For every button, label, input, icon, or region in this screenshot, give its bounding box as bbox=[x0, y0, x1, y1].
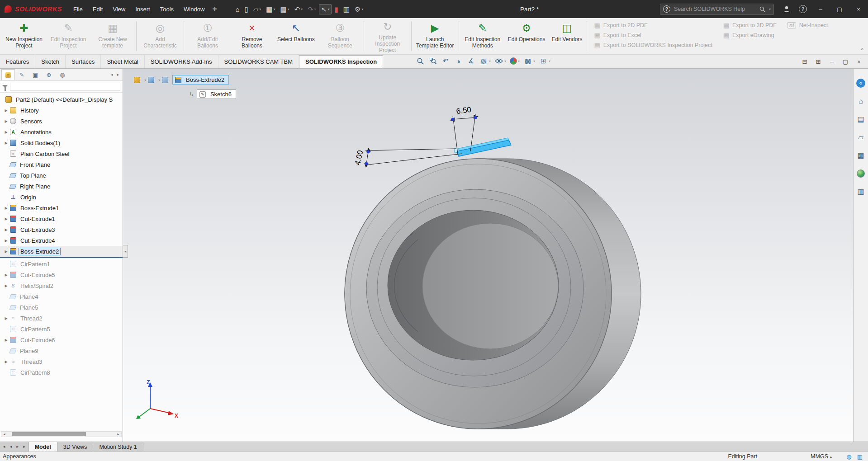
tree-item-plain-carbon-steel[interactable]: Plain Carbon Steel bbox=[0, 148, 123, 159]
expand-arrow-icon[interactable]: ▶ bbox=[2, 239, 10, 243]
dimxpertmanager-tab[interactable]: ⊕ bbox=[42, 69, 56, 80]
tree-item-helix-spiral2[interactable]: ▶Helix/Spiral2 bbox=[0, 280, 123, 291]
tree-item-cut-extrude1[interactable]: ▶Cut-Extrude1 bbox=[0, 213, 123, 224]
tree-horizontal-scrollbar[interactable]: ◄ ► bbox=[1, 431, 122, 437]
viewport-split-vertical-button[interactable]: ⊞ bbox=[813, 56, 824, 66]
zoom-fit-button[interactable] bbox=[414, 56, 426, 66]
help-search-box[interactable]: ? ▾ bbox=[660, 4, 774, 15]
export-to-2d-pdf-button[interactable]: ▤Export to 2D PDF bbox=[594, 22, 712, 28]
expand-arrow-icon[interactable]: ▶ bbox=[2, 284, 10, 288]
tab-surfaces[interactable]: Surfaces bbox=[66, 55, 101, 68]
panel-tabs-scroll-right-icon[interactable]: ► bbox=[115, 72, 121, 78]
tree-item-origin[interactable]: Origin bbox=[0, 192, 123, 202]
featuremanager-tab[interactable]: ≡ bbox=[1, 69, 15, 80]
menu-window[interactable]: Window bbox=[179, 4, 209, 14]
menu-view[interactable]: View bbox=[108, 4, 130, 14]
rollback-bar[interactable] bbox=[0, 257, 123, 258]
help-search-input[interactable] bbox=[673, 5, 757, 13]
edit-inspection-methods-button[interactable]: ✎Edit Inspection Methods bbox=[460, 18, 505, 54]
tree-item-boss-extrude1[interactable]: ▶Boss-Extrude1 bbox=[0, 202, 123, 213]
tab-features[interactable]: Features bbox=[0, 55, 35, 68]
taskpane-toggle-icon[interactable]: ▥ bbox=[854, 453, 865, 460]
expand-arrow-icon[interactable]: ▶ bbox=[2, 217, 10, 221]
edit-vendors-button[interactable]: ◫Edit Vendors bbox=[548, 18, 585, 54]
file-properties-button[interactable]: ▥ bbox=[341, 4, 352, 14]
tree-item-solid-bodies-1[interactable]: ▶Solid Bodies(1) bbox=[0, 137, 123, 148]
pin-menu-icon[interactable]: ✚ bbox=[209, 6, 219, 12]
viewport-split-horizontal-button[interactable]: ⊟ bbox=[799, 56, 810, 66]
view-palette-button[interactable]: ▦ bbox=[855, 150, 866, 161]
breadcrumb-body-icon[interactable] bbox=[148, 77, 154, 83]
tree-item-cirpattern8[interactable]: CirPattern8 bbox=[0, 367, 123, 378]
export-edrawing-button[interactable]: ▤Export eDrawing bbox=[723, 32, 777, 38]
tree-item-history[interactable]: ▶History bbox=[0, 105, 123, 116]
menu-tools[interactable]: Tools bbox=[155, 4, 179, 14]
scroll-left-icon[interactable]: ◄ bbox=[1, 433, 7, 436]
help-button[interactable]: ? bbox=[795, 0, 811, 18]
dimension-height-value[interactable]: 4.00 bbox=[353, 150, 365, 166]
tab-sheet-metal[interactable]: Sheet Metal bbox=[101, 55, 144, 68]
breadcrumb-part-icon[interactable] bbox=[134, 77, 140, 83]
appearances-scenes-button[interactable] bbox=[855, 168, 866, 179]
tab-solidworks-inspection[interactable]: SOLIDWORKS Inspection bbox=[299, 55, 383, 68]
tree-item-plane4[interactable]: Plane4 bbox=[0, 291, 123, 302]
search-caret-icon[interactable]: ▾ bbox=[769, 7, 771, 11]
expand-arrow-icon[interactable]: ▶ bbox=[2, 206, 10, 210]
tab-3d-views[interactable]: 3D Views bbox=[57, 442, 94, 452]
new-inspection-project-button[interactable]: ✚New Inspection Project bbox=[2, 18, 46, 54]
solidworks-resources-button[interactable]: ⌂ bbox=[855, 96, 866, 107]
splitter-first-button[interactable]: ◄ bbox=[1, 444, 7, 449]
tree-item-right-plane[interactable]: Right Plane bbox=[0, 181, 123, 192]
remove-balloons-button[interactable]: ×Remove Balloons bbox=[230, 18, 274, 54]
dimension-handle-dot[interactable] bbox=[474, 116, 477, 119]
tree-item-cut-extrude6[interactable]: ▶Cut-Extrude6 bbox=[0, 334, 123, 345]
splitter-next-button[interactable]: ► bbox=[15, 444, 20, 449]
dimension-width-value[interactable]: 6.50 bbox=[456, 105, 472, 116]
units-selector[interactable]: MMGS ▴ bbox=[811, 453, 832, 460]
design-library-button[interactable]: ▤ bbox=[855, 114, 866, 125]
create-new-template-button[interactable]: ▦Create New template bbox=[90, 18, 135, 54]
expand-arrow-icon[interactable]: ▶ bbox=[2, 273, 10, 277]
options-button[interactable]: ⚙▾ bbox=[352, 4, 365, 14]
hide-show-items-button[interactable]: ▾ bbox=[493, 56, 508, 66]
update-inspection-project-button[interactable]: ↻Update Inspection Project bbox=[365, 18, 410, 54]
panel-collapse-handle[interactable]: ◄ bbox=[123, 245, 128, 258]
status-globe-icon[interactable]: ◍ bbox=[844, 453, 854, 460]
tree-item-cirpattern5[interactable]: CirPattern5 bbox=[0, 324, 123, 334]
part-model[interactable] bbox=[345, 159, 641, 429]
tree-item-sensors[interactable]: ▶Sensors bbox=[0, 116, 123, 127]
bore-far-wall[interactable] bbox=[422, 223, 558, 349]
sketch-highlight[interactable] bbox=[455, 138, 511, 156]
select-balloons-button[interactable]: ↖Select Balloons bbox=[274, 18, 318, 54]
expand-arrow-icon[interactable]: ▶ bbox=[2, 141, 10, 145]
launch-template-editor-button[interactable]: ▶Launch Template Editor bbox=[413, 18, 457, 54]
new-document-button[interactable]: ▯ bbox=[242, 4, 250, 14]
restore-window-button[interactable]: ▢ bbox=[830, 0, 849, 18]
print-button[interactable]: ▤▾ bbox=[278, 4, 291, 14]
displaymanager-tab[interactable]: ◍ bbox=[56, 69, 69, 80]
tree-item-annotations[interactable]: ▶Annotations bbox=[0, 127, 123, 137]
tree-item-cirpattern1[interactable]: CirPattern1 bbox=[0, 259, 123, 269]
scroll-right-icon[interactable]: ► bbox=[115, 433, 121, 436]
menu-file[interactable]: File bbox=[68, 4, 88, 14]
previous-view-button[interactable]: ↶ bbox=[440, 56, 451, 66]
tree-item-thread2[interactable]: ▶Thread2 bbox=[0, 313, 123, 324]
expand-arrow-icon[interactable]: ▶ bbox=[2, 130, 10, 134]
expand-arrow-icon[interactable]: ▶ bbox=[2, 249, 10, 254]
collapse-task-pane-button[interactable]: « bbox=[855, 78, 866, 89]
minimize-window-button[interactable]: – bbox=[811, 0, 830, 18]
tree-root-part2[interactable]: Part2 (Default) <<Default>_Display S bbox=[0, 94, 123, 105]
rebuild-button[interactable]: ▮ bbox=[332, 4, 340, 14]
tab-solidworks-add-ins[interactable]: SOLIDWORKS Add-Ins bbox=[145, 55, 218, 68]
breadcrumb-chip-sketch6[interactable]: Sketch6 bbox=[197, 89, 236, 99]
tab-solidworks-cam-tbm[interactable]: SOLIDWORKS CAM TBM bbox=[218, 55, 299, 68]
breadcrumb-feature-icon[interactable] bbox=[162, 77, 168, 83]
expand-arrow-icon[interactable]: ▶ bbox=[2, 228, 10, 232]
zoom-to-area-button[interactable] bbox=[427, 56, 439, 66]
ribbon-collapse-button[interactable]: ^ bbox=[861, 47, 863, 53]
minimize-document-button[interactable]: – bbox=[826, 56, 837, 66]
undo-button[interactable]: ↶▾ bbox=[292, 4, 305, 14]
save-button[interactable]: ▦▾ bbox=[264, 4, 277, 14]
account-button[interactable] bbox=[778, 0, 795, 18]
expand-arrow-icon[interactable]: ▶ bbox=[2, 119, 10, 123]
